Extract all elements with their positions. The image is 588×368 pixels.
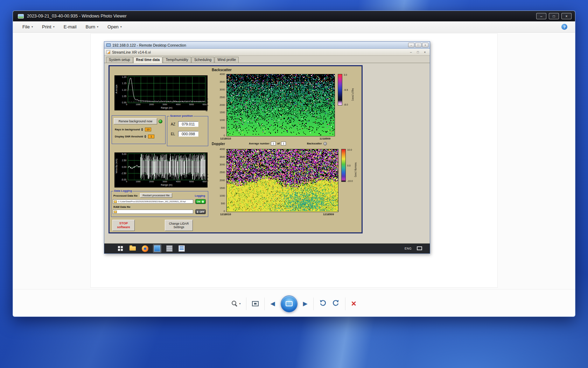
ascope-chart: A-scope 1.201.151.101.050.99 01000200: [114, 75, 208, 110]
tick-label: 2000: [149, 180, 154, 183]
taskbar-firefox-icon[interactable]: [141, 244, 149, 253]
slideshow-icon: [286, 301, 293, 306]
average-number-field[interactable]: 1: [271, 142, 276, 145]
processed-path-text: C:\Lidar\Data\Proc\2023\202309\20230921\…: [118, 200, 186, 203]
menu-email[interactable]: E-mail: [59, 22, 81, 31]
labview-minimize-button[interactable]: –: [408, 50, 414, 55]
raw-data-file-path[interactable]: [113, 210, 193, 214]
backscatter-toggle[interactable]: [323, 142, 327, 145]
processed-data-file-path[interactable]: C:\Lidar\Data\Proc\2023\202309\20230921\…: [113, 199, 193, 204]
rays-spinner[interactable]: [141, 128, 143, 131]
tick-label: 500: [221, 202, 225, 205]
zoom-dropdown-arrow-icon: ▾: [239, 302, 240, 305]
tick-label: 3500: [219, 81, 225, 83]
help-icon[interactable]: ?: [561, 24, 567, 30]
folder-icon: [114, 200, 117, 203]
labview-window: StreamLine XR v14-6.vi – □ × System setu…: [104, 49, 430, 244]
az-field[interactable]: 079.011: [178, 121, 198, 127]
magnifier-icon: [231, 300, 238, 307]
photo-viewer-content: 192.168.0.122 - Remote Desktop Connectio…: [13, 33, 575, 289]
data-logging-group: Data Logging Processed Data file Restart…: [111, 191, 208, 217]
taskbar-remote-grid-icon[interactable]: [165, 244, 174, 253]
tick-label: 1000: [219, 119, 225, 121]
tick-label: 0: [224, 210, 225, 212]
tab[interactable]: Scheduling: [191, 57, 214, 63]
tick-label: 1.15: [122, 82, 126, 84]
change-lidar-settings-button[interactable]: Change LiDAR Settings: [165, 220, 193, 231]
tick-label: 1.20: [122, 76, 126, 78]
tab[interactable]: System setup: [106, 57, 133, 63]
tab[interactable]: Temp/humidity: [163, 57, 191, 63]
tick-label: 3000: [219, 163, 225, 166]
taskbar-document-list-icon[interactable]: [177, 244, 186, 253]
menu-open[interactable]: Open ▾: [103, 22, 126, 31]
snr-threshold-field[interactable]: 1: [148, 135, 154, 138]
next-button[interactable]: ▶: [303, 300, 308, 307]
doppler-ylabel: Range (m): [205, 174, 208, 187]
tick-label: 0: [126, 103, 127, 105]
labview-icon: [106, 50, 110, 54]
show-desktop-icon[interactable]: [417, 246, 422, 250]
rdp-minimize-button[interactable]: –: [408, 43, 414, 47]
menu-burn[interactable]: Burn ▾: [81, 22, 103, 31]
remote-desktop: StreamLine XR v14-6.vi – □ × System setu…: [104, 49, 430, 253]
tab[interactable]: Wind profile: [215, 57, 239, 63]
menu-print-label: Print: [42, 24, 51, 29]
doppler-heatmap: [226, 149, 338, 212]
rdp-titlebar[interactable]: 192.168.0.122 - Remote Desktop Connectio…: [104, 42, 430, 49]
average-total-field[interactable]: 1: [281, 142, 286, 145]
play-slideshow-button[interactable]: [281, 295, 298, 312]
restart-processed-file-button[interactable]: Restart processed file: [140, 193, 172, 198]
rays-in-background-field[interactable]: 10: [145, 128, 151, 131]
velocity-xticks: 0100020003000400050006000: [126, 180, 207, 183]
front-panel: A-scope 1.201.151.101.050.99 01000200: [108, 65, 363, 233]
rotate-ccw-icon: [319, 299, 327, 307]
tab[interactable]: Real time data: [133, 57, 163, 63]
tick-label: 1000: [219, 195, 225, 197]
labview-restore-button[interactable]: □: [415, 50, 421, 55]
rotate-counterclockwise-button[interactable]: [319, 299, 327, 308]
fit-to-window-button[interactable]: [252, 301, 259, 306]
taskbar-folder-icon[interactable]: [128, 244, 137, 253]
velocity-chart: Velocity (m/s) 5.002.500.00-2.50-5.00: [114, 152, 208, 188]
renew-background-button[interactable]: Renew background now: [114, 118, 157, 124]
tick-label: 0.00: [122, 166, 126, 168]
snr-threshold-label: Display SNR threshold: [115, 135, 143, 138]
maximize-button[interactable]: □: [549, 13, 559, 19]
folder-icon: [114, 211, 117, 213]
labview-titlebar[interactable]: StreamLine XR v14-6.vi – □ ×: [104, 49, 430, 56]
tick-label: 5000: [189, 180, 194, 183]
menu-print[interactable]: Print ▾: [37, 22, 59, 31]
previous-button[interactable]: ◀: [270, 300, 275, 307]
el-label: EL: [171, 132, 176, 136]
doppler-title: Doppler: [212, 142, 225, 146]
stop-software-button[interactable]: STOP software: [112, 220, 135, 231]
menu-file[interactable]: File ▾: [18, 22, 37, 31]
language-indicator[interactable]: ENG: [405, 247, 412, 250]
toolbar-separator: [345, 298, 345, 310]
taskbar-apps-icon[interactable]: [116, 244, 125, 253]
rotate-cw-icon: [332, 299, 340, 307]
velocity-xlabel: Range (m): [128, 184, 205, 186]
rdp-close-button[interactable]: ×: [422, 43, 428, 47]
taskbar-photo-viewer-icon[interactable]: [153, 244, 161, 253]
tick-label: 5000: [189, 103, 194, 105]
photo-viewer-titlebar[interactable]: 2023-09-21_03-40-00.935 - Windows Photo …: [13, 11, 575, 21]
processed-data-file-label: Processed Data file: [113, 194, 138, 197]
desktop: 2023-09-21_03-40-00.935 - Windows Photo …: [0, 0, 588, 368]
rotate-clockwise-button[interactable]: [332, 299, 340, 308]
snr-spinner[interactable]: [144, 135, 146, 138]
minimize-button[interactable]: –: [536, 13, 546, 19]
zoom-button[interactable]: ▾: [231, 300, 240, 307]
rdp-maximize-button[interactable]: □: [415, 43, 421, 47]
data-logging-title: Data Logging: [113, 189, 133, 192]
menu-email-label: E-mail: [64, 24, 77, 29]
labview-close-button[interactable]: ×: [422, 50, 428, 55]
close-button[interactable]: ×: [561, 13, 572, 19]
doppler-end-time: 1218509: [323, 213, 334, 216]
tick-label: 2000: [219, 104, 225, 106]
delete-button[interactable]: ✕: [351, 300, 357, 308]
el-field[interactable]: 000.098: [178, 131, 198, 137]
photo-viewer-window: 2023-09-21_03-40-00.935 - Windows Photo …: [13, 11, 575, 317]
ascope-plot: [128, 76, 205, 103]
